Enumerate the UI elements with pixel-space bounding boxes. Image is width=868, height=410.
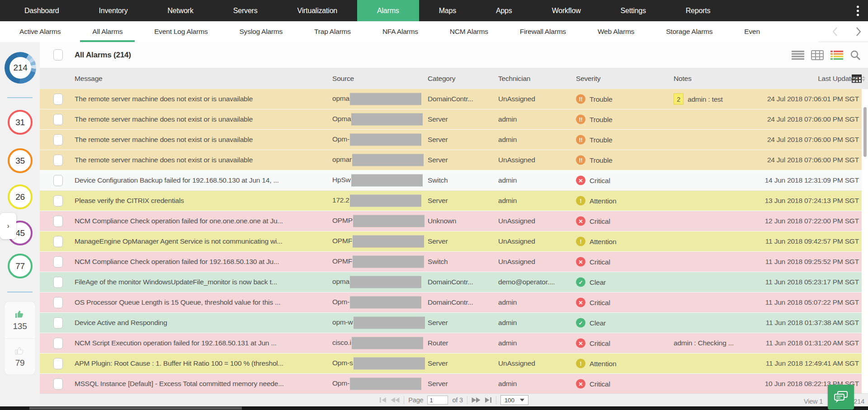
nav-item-inventory[interactable]: Inventory [79,0,147,21]
chevron-right-icon[interactable] [855,27,862,37]
alarm-row[interactable]: FileAge of the monitor WindowsUpdateFile… [40,272,862,292]
acknowledged-counter[interactable]: 135 [5,302,35,338]
row-checkbox[interactable] [53,378,63,390]
tab-all-alarms[interactable]: All Alarms [76,21,138,42]
severity-counter-orange[interactable]: 35 [8,148,33,173]
severity-counter-yellow[interactable]: 26 [8,184,33,209]
severity-view-icon[interactable] [830,50,843,60]
live-chat-button[interactable] [828,385,854,410]
row-checkbox[interactable] [53,358,63,369]
alarm-row[interactable]: NCM Script Execution operation failed fo… [40,333,862,353]
cell-message: The remote server machine does not exist… [75,95,253,103]
column-header-category[interactable]: Category [428,75,455,83]
grid-view-icon[interactable] [811,50,824,60]
row-checkbox[interactable] [53,134,63,146]
row-checkbox[interactable] [53,195,63,207]
select-all-checkbox[interactable] [53,49,63,61]
alarm-row[interactable]: The remote server machine does not exist… [40,109,862,130]
alarm-row[interactable]: OS Processor Queue Length is 15 Queue, t… [40,292,862,313]
tab-trap-alarms[interactable]: Trap Alarms [298,21,367,42]
cell-severity: !Attention [576,359,616,368]
first-page-icon[interactable] [379,397,387,403]
horizontal-scrollbar-thumb[interactable] [29,407,242,410]
alarm-row[interactable]: APM Plugin: Root Cause : 1. Buffer Hit R… [40,353,862,374]
divider [496,396,496,404]
tab-web-alarms[interactable]: Web Alarms [582,21,650,42]
row-checkbox[interactable] [53,317,63,329]
row-checkbox[interactable] [53,338,63,349]
page-label: Page [408,396,423,404]
row-checkbox[interactable] [53,175,63,186]
nav-item-alarms[interactable]: Alarms [357,0,419,21]
cell-technician: admin [498,115,517,123]
row-checkbox[interactable] [53,277,63,288]
kebab-menu-icon[interactable] [857,5,859,16]
notes-count-badge[interactable]: 2 [674,94,684,105]
page-size-select[interactable]: 100 [500,395,528,405]
alarm-row[interactable]: ManageEngine OpManager Agent Service is … [40,231,862,252]
tab-nfa-alarms[interactable]: NFA Alarms [367,21,434,42]
alarm-row[interactable]: The remote server machine does not exist… [40,89,862,109]
list-view-icon[interactable] [792,50,804,60]
tab-storage-alarms[interactable]: Storage Alarms [650,21,728,42]
nav-item-dashboard[interactable]: Dashboard [5,0,79,21]
nav-item-network[interactable]: Network [148,0,213,21]
alarm-row[interactable]: NCM Compliance Check operation failed fo… [40,211,862,231]
search-icon[interactable] [850,50,861,61]
severity-counter-green[interactable]: 77 [8,254,33,278]
view-switcher [792,50,861,61]
tab-firewall-alarms[interactable]: Firewall Alarms [504,21,582,42]
total-alarms-donut[interactable]: 214 [5,52,36,84]
row-checkbox[interactable] [53,297,63,308]
severity-label: Attention [590,237,616,245]
redaction-box [352,154,424,166]
row-checkbox[interactable] [53,114,63,125]
nav-item-workflow[interactable]: Workflow [532,0,601,21]
vertical-scrollbar-thumb[interactable] [863,107,867,157]
row-checkbox[interactable] [53,236,63,247]
tab-ncm-alarms[interactable]: NCM Alarms [434,21,504,42]
column-header-severity[interactable]: Severity [576,75,600,83]
nav-item-servers[interactable]: Servers [213,0,278,21]
tab-even[interactable]: Even [728,21,776,42]
nav-item-reports[interactable]: Reports [666,0,731,21]
nav-item-maps[interactable]: Maps [419,0,476,21]
sort-icons[interactable] [862,76,865,81]
cell-message: The remote server machine does not exist… [75,156,253,164]
nav-item-settings[interactable]: Settings [601,0,666,21]
column-header-message[interactable]: Message [75,75,103,83]
alarm-row[interactable]: Device Configuration Backup failed for 1… [40,170,862,191]
tab-event-log-alarms[interactable]: Event Log Alarms [138,21,223,42]
nav-item-apps[interactable]: Apps [476,0,532,21]
horizontal-scrollbar[interactable] [0,406,868,410]
cell-category: Server [428,197,448,205]
row-checkbox[interactable] [53,216,63,227]
row-checkbox[interactable] [53,94,63,105]
alarm-row[interactable]: Please verify the CITRIX credentials172.… [40,191,862,211]
severity-counter-red[interactable]: 31 [8,110,33,135]
row-checkbox[interactable] [53,155,63,166]
next-page-icon[interactable] [472,397,481,403]
alarm-row[interactable]: Device Active and Respondingopm-wServera… [40,313,862,333]
last-page-icon[interactable] [485,397,492,403]
previous-page-icon[interactable] [391,397,400,403]
column-header-updated[interactable]: Last Updated [818,75,865,83]
cell-category: Server [428,136,448,144]
alarm-row[interactable]: The remote server machine does not exist… [40,130,862,150]
column-header-notes[interactable]: Notes [674,75,692,83]
column-header-technician[interactable]: Technician [498,75,530,83]
tab-syslog-alarms[interactable]: Syslog Alarms [223,21,298,42]
alarm-row[interactable]: The remote server machine does not exist… [40,150,862,170]
chevron-left-icon[interactable] [832,27,838,37]
alarm-row[interactable]: NCM Compliance Check operation failed fo… [40,252,862,272]
pagination-bar: Page of 3 100 [40,393,868,406]
unacknowledged-counter[interactable]: 79 [5,338,35,374]
row-checkbox[interactable] [53,256,63,268]
severity-critical-icon: ✕ [576,298,585,307]
tab-active-alarms[interactable]: Active Alarms [4,21,76,42]
nav-item-virtualization[interactable]: Virtualization [278,0,358,21]
page-number-input[interactable] [427,396,448,405]
alarm-row[interactable]: MSSQL Instance [Default] - Excess Total … [40,374,862,394]
sidebar-expander-button[interactable]: › [0,213,16,239]
cell-message: NCM Script Execution operation failed fo… [75,339,277,347]
